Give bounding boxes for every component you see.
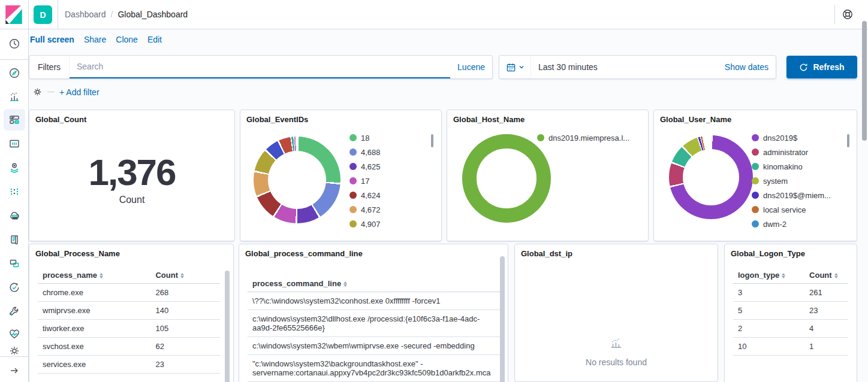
sidebar-item-dashboard[interactable] [4, 109, 25, 131]
page-scrollbar[interactable] [862, 21, 867, 141]
panel-title[interactable]: Global_Process_Name [35, 249, 120, 258]
legend-swatch [349, 148, 357, 156]
clone-button[interactable]: Clone [116, 35, 138, 44]
search-input[interactable] [70, 56, 450, 77]
panel-title[interactable]: Global_EventIDs [246, 115, 308, 124]
column-header-count[interactable]: Count [150, 267, 220, 284]
panel-global-eventids: Global_EventIDs 184,6884,625174,6244,672… [240, 110, 442, 241]
sort-icon [834, 273, 838, 278]
legend-item[interactable]: dns2019.miempresa.l... [537, 131, 629, 145]
breadcrumb-separator: / [111, 10, 113, 19]
collapse-arrow-icon [9, 365, 20, 376]
search-bar: Filters Lucene [29, 55, 493, 79]
donut-hole [268, 151, 326, 209]
table-row: tiworker.exe105 [38, 320, 220, 338]
legend-item[interactable]: 4,688 [349, 145, 381, 159]
sidebar-item-logs[interactable] [4, 229, 25, 250]
column-header-logon-type[interactable]: logon_type [733, 267, 804, 284]
eventids-donut-chart[interactable] [254, 137, 340, 223]
table-row: chrome.exe268 [38, 284, 220, 302]
panel-title[interactable]: Global_process_command_line [245, 249, 363, 258]
legend-item[interactable]: 18 [349, 131, 381, 145]
top-navigation-bar: D Dashboard / Global_Dashboard [0, 0, 868, 29]
data-table: process_name Count chrome.exe268wmiprvse… [38, 267, 220, 374]
time-range-label[interactable]: Last 30 minutes [531, 62, 725, 72]
hostname-donut-chart[interactable] [462, 134, 551, 223]
breadcrumb: Dashboard / Global_Dashboard [65, 0, 188, 29]
legend-scrollbar[interactable] [847, 134, 849, 147]
sidebar-item-stack-monitoring[interactable] [4, 323, 25, 345]
table-scrollbar[interactable] [500, 256, 505, 382]
calendar-menu-button[interactable] [499, 56, 531, 78]
legend-item[interactable]: system [752, 174, 831, 188]
refresh-button[interactable]: Refresh [786, 56, 857, 78]
kibana-logo-icon[interactable] [5, 5, 23, 24]
sidebar-divider [0, 59, 28, 60]
legend-item[interactable]: 4,672 [349, 202, 381, 217]
metric-label: Count [119, 195, 145, 205]
column-header-count[interactable]: Count [804, 267, 848, 284]
legend-item[interactable]: 4,625 [349, 159, 381, 174]
sidebar-divider [0, 356, 28, 357]
legend-item[interactable]: 4,624 [349, 188, 381, 202]
legend-item[interactable]: administrator [752, 145, 831, 159]
no-results-text: No results found [586, 357, 647, 367]
table-row: 523 [733, 302, 848, 320]
username-donut-chart[interactable] [669, 135, 753, 219]
legend-item[interactable]: dns2019$ [752, 131, 831, 145]
legend-scrollbar[interactable] [431, 134, 433, 147]
sidebar-item-discover[interactable] [4, 62, 25, 84]
legend-swatch [752, 192, 759, 199]
apm-icon [8, 257, 20, 269]
show-dates-button[interactable]: Show dates [725, 62, 776, 72]
legend-item[interactable]: local service [752, 202, 831, 217]
add-filter-button[interactable]: + Add filter [59, 87, 100, 97]
legend-item[interactable]: 4,907 [349, 217, 381, 231]
column-header-process-name[interactable]: process_name [38, 267, 150, 284]
sidebar-item-uptime[interactable] [4, 277, 25, 298]
sidebar-collapse-button[interactable] [4, 360, 25, 381]
table-row: 24 [733, 320, 848, 338]
legend-item[interactable]: 17 [349, 174, 381, 188]
table-row: 3261 [733, 284, 848, 302]
legend-item[interactable]: dwm-2 [752, 217, 831, 231]
query-language-button[interactable]: Lucene [450, 62, 492, 72]
sidebar-item-visualize[interactable] [4, 86, 25, 107]
help-life-ring-icon[interactable] [842, 8, 854, 20]
space-badge[interactable]: D [34, 5, 52, 24]
sidebar-item-management[interactable] [4, 345, 25, 354]
panel-title[interactable]: Global_User_Name [660, 115, 731, 124]
sidebar-item-canvas[interactable] [4, 133, 25, 154]
panel-global-count: Global_Count 1,376 Count [29, 110, 235, 241]
discover-compass-icon [8, 67, 20, 79]
data-table: logon_type Count 326152324101 [733, 267, 848, 356]
sidebar-item-recent[interactable] [4, 33, 25, 54]
full-screen-button[interactable]: Full screen [30, 35, 74, 44]
sidebar-item-apm[interactable] [4, 253, 25, 274]
data-table: process_command_line C \??\c:\windows\sy… [248, 271, 491, 382]
table-row: c:\windows\system32\wbem\wmiprvse.exe -s… [248, 337, 504, 355]
sidebar-item-metrics[interactable] [4, 205, 25, 226]
panel-global-host-name: Global_Host_Name dns2019.miempresa.l... [447, 110, 649, 241]
breadcrumb-dashboard-link[interactable]: Dashboard [65, 10, 106, 19]
table-scrollbar[interactable] [225, 271, 230, 382]
share-button[interactable]: Share [84, 35, 106, 44]
sidebar-item-maps[interactable] [4, 157, 25, 178]
sort-icon [343, 281, 347, 287]
filters-button[interactable]: Filters [29, 56, 70, 78]
panel-title[interactable]: Global_Logon_Type [731, 249, 805, 258]
legend-item[interactable]: kinomakino [752, 159, 831, 174]
legend-item[interactable]: dns2019$@miem... [752, 188, 831, 202]
filter-settings-gear-icon[interactable] [32, 87, 43, 97]
sidebar-item-dev-tools[interactable] [4, 301, 25, 322]
column-header-process-command-line[interactable]: process_command_line [248, 271, 495, 292]
filter-dash-divider [47, 92, 55, 92]
canvas-icon [8, 138, 20, 150]
edit-button[interactable]: Edit [147, 35, 162, 44]
chevron-down-icon [519, 64, 525, 70]
management-gear-icon [8, 345, 20, 354]
sidebar-item-machine-learning[interactable] [4, 181, 25, 202]
sort-icon [782, 273, 785, 278]
panel-title[interactable]: Global_Host_Name [453, 115, 525, 124]
panel-global-process-command-line: Global_process_command_line process_comm… [239, 244, 508, 382]
